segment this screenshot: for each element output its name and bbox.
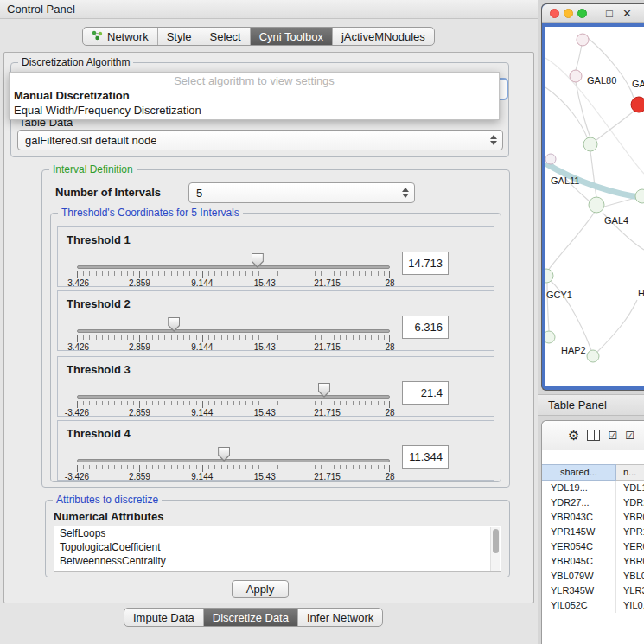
network-view-window: □ ✕ <box>541 3 644 391</box>
table-cell[interactable]: YPR145W <box>542 525 616 539</box>
slider-major-tick <box>77 401 78 408</box>
network-node-highlighted[interactable] <box>631 97 644 112</box>
table-data-combobox[interactable]: galFiltered.sif default node <box>17 130 503 150</box>
tab-select[interactable]: Select <box>201 28 250 45</box>
tab-style-label: Style <box>167 30 192 43</box>
table-row[interactable]: YBR045C YBR0... <box>542 554 644 569</box>
numerical-attributes-list[interactable]: SelfLoops TopologicalCoefficient Between… <box>54 526 501 572</box>
slider-track[interactable] <box>77 395 390 399</box>
mac-minimize-button[interactable] <box>564 9 573 18</box>
table-panel-titlebar: Table Panel <box>538 394 644 416</box>
slider-major-tick <box>265 465 265 472</box>
table-row[interactable]: YPR145W YPR1... <box>542 525 644 539</box>
network-node[interactable] <box>545 269 553 283</box>
column-header-name[interactable]: n... <box>616 464 644 481</box>
slider-scale-label: 21.715 <box>314 408 341 418</box>
network-canvas[interactable]: GAL80 GAL11 GAL4 GCY1 HAP2 GA H <box>545 27 644 386</box>
table-cell[interactable]: YBR043C <box>542 510 616 525</box>
network-node[interactable] <box>635 189 644 203</box>
table-row[interactable]: YIL052C YIL0... <box>542 598 644 613</box>
network-node[interactable] <box>577 34 589 46</box>
table-row[interactable]: YBR043C YBR0... <box>542 510 644 525</box>
mac-zoom-button[interactable] <box>577 9 587 18</box>
table-cell[interactable]: YDL1... <box>616 481 644 495</box>
network-canvas-area[interactable]: GAL80 GAL11 GAL4 GCY1 HAP2 GA H <box>545 27 644 386</box>
table-cell[interactable]: YER054C <box>542 539 616 554</box>
threshold-3-panel: Threshold 3 -3.426 2.859 9.144 15.43 21.… <box>57 356 494 417</box>
threshold-1-value-field[interactable]: 14.713 <box>402 252 449 275</box>
float-window-icon[interactable]: □ <box>606 7 613 21</box>
threshold-3-slider[interactable]: -3.426 2.859 9.144 15.43 21.715 28 <box>77 383 390 416</box>
table-row[interactable]: YDL19... YDL1... <box>542 481 644 495</box>
table-row[interactable]: YBL079W YBL0... <box>542 569 644 583</box>
apply-button[interactable]: Apply <box>232 580 289 598</box>
table-cell[interactable]: YLR345W <box>542 583 616 598</box>
slider-major-tick <box>202 271 203 278</box>
list-item-betweennesscentrality[interactable]: BetweennessCentrality <box>54 554 501 568</box>
slider-scale-label: 28 <box>385 278 394 288</box>
threshold-4-slider[interactable]: -3.426 2.859 9.144 15.43 21.715 28 <box>77 447 390 480</box>
table-cell[interactable]: YBR0... <box>616 510 644 525</box>
threshold-3-value-field[interactable]: 21.4 <box>402 381 449 405</box>
table-cell[interactable]: YPR1... <box>616 525 644 539</box>
table-row[interactable]: YER054C YER0... <box>542 539 644 554</box>
popup-item-equal-width-frequency[interactable]: Equal Width/Frequency Discretization <box>10 103 499 118</box>
tab-cyni-toolbox[interactable]: Cyni Toolbox <box>250 28 332 45</box>
network-node[interactable] <box>570 70 582 82</box>
threshold-2-value-field[interactable]: 6.316 <box>402 316 449 339</box>
slider-major-tick <box>139 465 140 472</box>
table-row[interactable]: YDR27... YDR2... <box>542 495 644 510</box>
table-cell[interactable]: YIL052C <box>542 598 616 613</box>
table-panel-title: Table Panel <box>548 399 607 411</box>
network-node[interactable] <box>589 197 604 213</box>
tab-infer-network[interactable]: Infer Network <box>297 609 382 626</box>
column-header-shared-name[interactable]: shared... <box>542 464 616 481</box>
close-window-icon[interactable]: ✕ <box>622 7 632 21</box>
table-cell[interactable]: YBL079W <box>542 569 616 583</box>
threshold-2-panel: Threshold 2 -3.426 2.859 9.144 15.43 21.… <box>57 290 494 351</box>
tab-jactivemodules[interactable]: jActiveMNodules <box>332 28 434 45</box>
table-cell[interactable]: YDL19... <box>542 481 616 495</box>
slider-major-tick <box>265 401 265 408</box>
table-cell[interactable]: YLR3... <box>616 583 644 598</box>
gear-icon[interactable]: ⚙ <box>568 428 579 443</box>
table-cell[interactable]: YBL0... <box>616 569 644 583</box>
attributes-group-title: Attributes to discretize <box>53 494 162 506</box>
tab-impute-data-label: Impute Data <box>133 611 194 624</box>
list-scrollbar-thumb[interactable] <box>493 529 499 553</box>
node-label-partial: GA <box>632 79 644 89</box>
table-row[interactable]: YLR345W YLR3... <box>542 583 644 598</box>
table-cell[interactable]: YBR045C <box>542 554 616 569</box>
tab-style[interactable]: Style <box>157 28 201 45</box>
network-node[interactable] <box>587 350 599 362</box>
slider-track[interactable] <box>77 459 390 462</box>
tab-network[interactable]: Network <box>83 28 157 45</box>
popup-item-manual-discretization[interactable]: Manual Discretization <box>10 88 499 103</box>
table-cell[interactable]: YIL0... <box>616 598 644 613</box>
tab-impute-data[interactable]: Impute Data <box>124 609 203 626</box>
columns-icon[interactable] <box>587 430 600 441</box>
slider-track[interactable] <box>77 329 390 333</box>
list-item-selfloops[interactable]: SelfLoops <box>54 526 501 540</box>
thresholds-group-title: Threshold's Coordinates for 5 Intervals <box>58 207 243 219</box>
table-cell[interactable]: YDR27... <box>542 495 616 510</box>
network-window-titlebar: □ ✕ <box>542 4 644 23</box>
slider-track[interactable] <box>77 265 390 269</box>
select-all-checkbox-icon[interactable]: ☑ <box>608 430 617 442</box>
node-label: GAL80 <box>587 75 616 86</box>
threshold-2-slider[interactable]: -3.426 2.859 9.144 15.43 21.715 28 <box>77 317 390 350</box>
select-none-checkbox-icon[interactable]: ☑ <box>625 430 634 442</box>
mac-close-button[interactable] <box>550 9 559 18</box>
table-cell[interactable]: YDR2... <box>616 495 644 510</box>
network-node[interactable] <box>583 137 597 151</box>
threshold-4-value-field[interactable]: 11.344 <box>402 445 449 469</box>
number-of-intervals-combobox[interactable]: 5 <box>188 182 415 203</box>
network-node[interactable] <box>545 154 556 164</box>
threshold-1-slider[interactable]: -3.426 2.859 9.144 15.43 21.715 28 <box>77 253 390 286</box>
tab-discretize-data[interactable]: Discretize Data <box>203 609 297 626</box>
table-cell[interactable]: YBR0... <box>616 554 644 569</box>
network-node[interactable] <box>545 331 555 343</box>
list-scrollbar[interactable] <box>490 527 500 571</box>
table-cell[interactable]: YER0... <box>616 539 644 554</box>
list-item-topologicalcoefficient[interactable]: TopologicalCoefficient <box>54 540 501 554</box>
